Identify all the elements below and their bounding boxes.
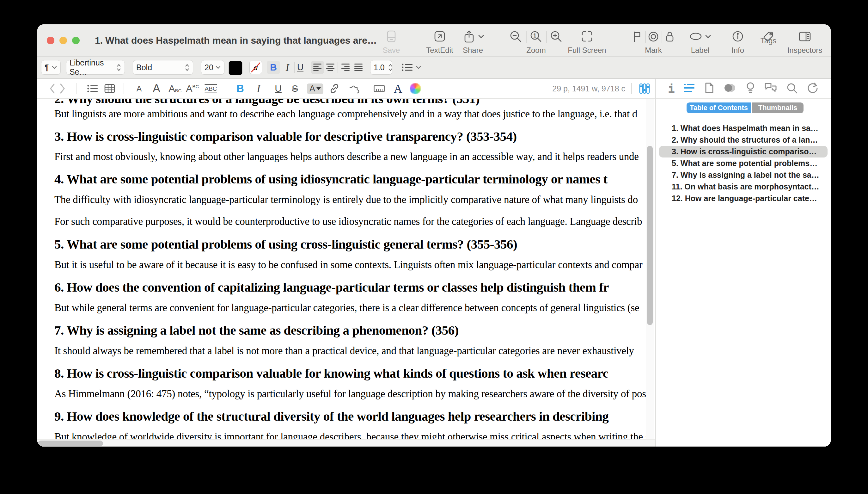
tab-thumbnails[interactable]: Thumbnails — [752, 102, 804, 113]
zoom-actual-size-button[interactable]: 1 — [529, 30, 544, 44]
plugin-button[interactable] — [347, 79, 360, 98]
paragraph-style-dropdown[interactable]: ¶ — [41, 60, 61, 75]
italic-button[interactable]: I — [257, 79, 260, 98]
document-heading[interactable]: 6. How does the convention of capitalizi… — [54, 279, 655, 295]
vertical-scrollbar[interactable] — [646, 99, 654, 439]
document-paragraph[interactable]: But knowledge of worldwide diversity is … — [54, 431, 655, 439]
edit-bar-divider — [124, 83, 124, 94]
stepper-icon — [184, 64, 190, 71]
full-screen-button[interactable]: Full Screen — [563, 29, 611, 55]
edit-bar-divider — [631, 83, 632, 94]
toc-item[interactable]: 2. Why should the structures of a lan… — [659, 134, 828, 146]
document-heading[interactable]: 9. How does knowledge of the structural … — [54, 408, 655, 424]
line-spacing-stepper[interactable]: 1.0 — [370, 60, 392, 75]
fonts-panel-button[interactable]: A — [394, 79, 402, 98]
horizontal-scrollbar-thumb[interactable] — [38, 440, 103, 446]
tab-table-of-contents[interactable]: Table of Contents — [687, 102, 751, 113]
edit-bar-divider — [77, 83, 77, 94]
document-heading[interactable]: 5. What are some potential problems of u… — [54, 236, 655, 252]
info-inspector-button[interactable]: i — [668, 82, 675, 95]
align-left-button[interactable] — [311, 61, 324, 74]
appearance-button[interactable] — [723, 82, 736, 95]
version-history-button[interactable] — [806, 82, 819, 95]
document-paragraph[interactable]: It should always be remembered that a la… — [54, 344, 655, 357]
toc-item[interactable]: 12. How are language-particular cate… — [659, 193, 828, 204]
comments-button[interactable] — [764, 82, 777, 95]
ideas-button[interactable] — [745, 81, 756, 96]
document-paragraph[interactable]: For such comparative purposes, it would … — [54, 215, 655, 228]
full-screen-icon — [563, 29, 611, 44]
document-paragraph[interactable]: But linguists are more ambitious and wan… — [54, 108, 655, 120]
toc-item[interactable]: 11. On what basis are morphosyntact… — [659, 181, 828, 193]
minimize-button[interactable] — [59, 37, 67, 44]
zoom-window-button[interactable] — [72, 37, 80, 44]
document-paragraph[interactable]: But while general terms are convenient f… — [54, 301, 655, 314]
ruler-button[interactable] — [374, 79, 385, 98]
share-button[interactable]: Share — [449, 29, 497, 55]
toc-item[interactable]: 3. How is cross-linguistic compariso… — [659, 146, 828, 157]
font-size-select[interactable]: 20 — [201, 60, 224, 75]
strikethrough-button[interactable]: S — [292, 79, 298, 98]
sidebar-tabs: Table of Contents Thumbnails — [656, 99, 831, 117]
search-button[interactable] — [786, 82, 798, 95]
list-style-dropdown[interactable] — [401, 61, 422, 74]
dropdown-arrow-icon — [316, 87, 321, 90]
document-paragraph[interactable]: The difficulty with idiosyncratic langua… — [54, 193, 655, 206]
toc-item[interactable]: 7. Why is assigning a label not the sa… — [659, 169, 828, 181]
document-heading[interactable]: 3. How is cross-linguistic comparison va… — [54, 128, 655, 144]
superscript-button[interactable]: ABC — [186, 79, 199, 98]
typeface-select[interactable]: Bold — [133, 60, 193, 75]
save-button[interactable]: Save — [368, 29, 415, 55]
organize-panels-button[interactable] — [639, 79, 650, 98]
document-heading[interactable]: 8. How is cross-linguistic comparison va… — [54, 365, 655, 381]
document-heading[interactable]: 4. What are some potential problems of u… — [54, 171, 655, 187]
prev-page-button[interactable] — [49, 79, 56, 98]
underline-button[interactable]: U — [296, 61, 304, 74]
toolbar-divider — [546, 31, 547, 43]
svg-text:1: 1 — [534, 33, 536, 38]
document-paragraph[interactable]: But it is useful to be aware of it becau… — [54, 259, 655, 271]
text-color-well[interactable] — [229, 61, 242, 75]
insert-table-button[interactable] — [104, 79, 115, 98]
pages-button[interactable] — [704, 82, 715, 95]
toc-item[interactable]: 5. What are some potential problems… — [659, 157, 828, 169]
save-icon — [368, 29, 415, 44]
capitalization-button[interactable]: ABC — [204, 79, 217, 98]
mark-flag-button[interactable] — [630, 30, 644, 44]
vertical-scrollbar-thumb[interactable] — [647, 146, 653, 325]
document-paragraph[interactable]: As Himmelmann (2016: 475) notes, “typolo… — [54, 387, 655, 400]
insert-list-button[interactable] — [87, 79, 98, 98]
stepper-icon — [116, 64, 121, 71]
table-of-contents-button[interactable] — [683, 83, 695, 94]
document-editor[interactable]: 2. Why should the structures of a langua… — [37, 99, 655, 439]
zoom-in-button[interactable] — [549, 30, 564, 44]
title-bar: 1. What does Haspelmath mean in saying t… — [37, 24, 831, 57]
subscript-button[interactable]: ABC — [169, 79, 182, 98]
bold-button[interactable]: B — [267, 61, 280, 74]
close-button[interactable] — [47, 37, 54, 44]
font-smaller-button[interactable]: A — [137, 79, 142, 98]
app-window: 1. What does Haspelmath mean in saying t… — [37, 24, 831, 446]
underline-button[interactable]: U — [275, 79, 282, 98]
font-larger-button[interactable]: A — [153, 79, 160, 98]
document-heading[interactable]: 2. Why should the structures of a langua… — [54, 99, 655, 107]
next-page-button[interactable] — [59, 79, 66, 98]
document-heading[interactable]: 7. Why is assigning a label not the same… — [54, 322, 655, 338]
align-right-button[interactable] — [339, 61, 352, 74]
horizontal-scrollbar[interactable] — [37, 439, 655, 446]
align-justify-button[interactable] — [352, 61, 365, 74]
mark-lock-button[interactable] — [663, 30, 677, 44]
bold-button[interactable]: B — [236, 79, 244, 98]
italic-button[interactable]: I — [283, 61, 291, 74]
align-center-button[interactable] — [324, 61, 337, 74]
document-paragraph[interactable]: First and most obviously, knowing about … — [54, 150, 655, 163]
highlight-color-button[interactable]: A — [307, 79, 323, 98]
background-color-none-well[interactable]: a — [250, 61, 262, 74]
font-family-select[interactable]: Libertinus Se… — [66, 60, 125, 75]
toc-item[interactable]: 1. What does Haspelmath mean in sa… — [659, 122, 828, 134]
mark-target-button[interactable] — [646, 30, 660, 44]
inspectors-button[interactable]: Inspectors — [781, 29, 828, 55]
zoom-out-button[interactable] — [509, 30, 523, 44]
insert-link-button[interactable] — [329, 79, 340, 98]
color-wheel-button[interactable] — [410, 79, 421, 98]
